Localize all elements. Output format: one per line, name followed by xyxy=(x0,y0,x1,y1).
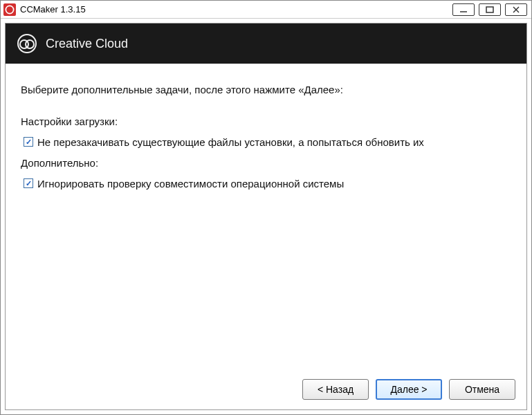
svg-point-0 xyxy=(6,6,13,13)
main-area: Выберите дополнительные задачи, после эт… xyxy=(6,64,526,369)
window-controls xyxy=(452,3,527,16)
cancel-button[interactable]: Отмена xyxy=(449,379,515,400)
titlebar: CCMaker 1.3.15 xyxy=(1,1,531,19)
app-icon xyxy=(3,3,16,16)
banner: Creative Cloud xyxy=(6,24,526,64)
checkbox-redownload-label: Не перезакачивать существующие файлы уст… xyxy=(37,134,424,151)
close-button[interactable] xyxy=(505,3,527,16)
app-window: CCMaker 1.3.15 xyxy=(0,0,532,415)
section-additional: Дополнительно: xyxy=(21,155,511,172)
instruction-text: Выберите дополнительные задачи, после эт… xyxy=(21,82,511,98)
creative-cloud-icon xyxy=(17,33,37,54)
checkbox-ignore-os-label: Игнорировать проверку совместимости опер… xyxy=(37,176,344,192)
checkbox-row-ignore-os: Игнорировать проверку совместимости опер… xyxy=(24,176,511,192)
svg-point-7 xyxy=(26,40,34,48)
section-download-settings: Настройки загрузки: xyxy=(21,113,511,130)
checkbox-ignore-os[interactable] xyxy=(24,178,33,188)
button-bar: < Назад Далее > Отмена xyxy=(6,369,526,409)
minimize-button[interactable] xyxy=(452,3,475,16)
banner-title: Creative Cloud xyxy=(46,37,128,51)
checkbox-row-redownload: Не перезакачивать существующие файлы уст… xyxy=(24,134,511,151)
checkbox-redownload[interactable] xyxy=(24,137,33,147)
maximize-button[interactable] xyxy=(479,3,501,16)
window-title: CCMaker 1.3.15 xyxy=(20,4,86,15)
back-button[interactable]: < Назад xyxy=(302,379,369,400)
svg-rect-2 xyxy=(486,7,493,12)
next-button[interactable]: Далее > xyxy=(376,379,442,400)
inner-panel: Creative Cloud Выберите дополнительные з… xyxy=(5,23,527,410)
content-wrapper: Creative Cloud Выберите дополнительные з… xyxy=(1,19,531,414)
